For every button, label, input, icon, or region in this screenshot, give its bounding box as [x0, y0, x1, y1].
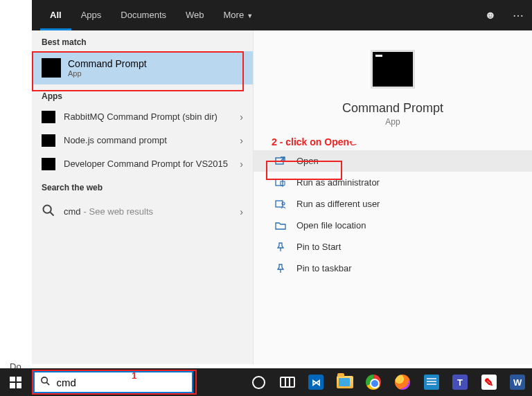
svg-line-1 [51, 213, 54, 216]
results-right-column: Command Prompt App 2 - click on Open ⤶ O… [254, 30, 532, 364]
action-run-as-different-user[interactable]: Run as different user [254, 193, 532, 215]
chrome-icon [366, 375, 381, 390]
best-match-title: Command Prompt [68, 58, 147, 69]
taskbar-search-input[interactable] [57, 377, 193, 388]
results-left-column: Best match Command Prompt App Apps Rabbi… [32, 30, 254, 364]
vscode-icon: ⋈ [308, 375, 323, 390]
tab-apps[interactable]: Apps [71, 0, 112, 30]
svg-rect-2 [276, 158, 283, 164]
firefox-icon [395, 375, 410, 390]
svg-line-7 [46, 382, 49, 385]
taskbar-app-notepad[interactable] [417, 368, 446, 396]
circle-icon [252, 376, 265, 389]
detail-title: Command Prompt [254, 101, 532, 116]
chevron-right-icon: › [240, 135, 243, 146]
annotation-step-2: 2 - click on Open [272, 136, 532, 147]
action-pin-to-taskbar[interactable]: Pin to taskbar [254, 258, 532, 279]
action-pin-to-start[interactable]: Pin to Start [254, 236, 532, 258]
start-button[interactable] [0, 368, 32, 396]
action-open-file-location[interactable]: Open file location [254, 215, 532, 236]
tab-all[interactable]: All [40, 0, 71, 30]
word-icon: W [510, 375, 525, 390]
more-options-icon[interactable]: ⋯ [504, 9, 532, 22]
svg-point-6 [42, 377, 47, 383]
taskbar-app-file-explorer[interactable] [330, 368, 360, 396]
admin-icon [274, 178, 287, 188]
taskbar-app-word[interactable]: W [503, 368, 532, 396]
best-match-subtitle: App [68, 69, 147, 78]
command-prompt-large-icon [371, 50, 415, 89]
search-icon [35, 376, 57, 388]
command-prompt-icon [42, 58, 61, 78]
taskbar-app-firefox[interactable] [388, 368, 417, 396]
apps-header: Apps [32, 84, 253, 105]
search-results-panel: Best match Command Prompt App Apps Rabbi… [32, 30, 532, 364]
feedback-icon[interactable]: ☻ [477, 9, 504, 21]
taskbar: ⋈ T ✎ W [0, 368, 532, 396]
taskbar-app-teams[interactable]: T [445, 368, 475, 396]
user-icon [274, 199, 287, 209]
file-explorer-icon [337, 376, 353, 388]
action-open[interactable]: Open [254, 150, 532, 172]
terminal-icon [42, 111, 55, 123]
svg-point-0 [44, 206, 51, 213]
pin-icon [274, 242, 287, 252]
app-item-nodejs[interactable]: Node.js command prompt › [32, 129, 253, 152]
terminal-icon [42, 134, 55, 147]
web-header: Search the web [32, 176, 253, 197]
chevron-down-icon: ▼ [247, 12, 253, 19]
tab-more[interactable]: More▼ [214, 0, 263, 30]
web-search-item[interactable]: cmd - See web results › [32, 197, 253, 226]
terminal-icon [42, 158, 55, 170]
taskbar-search-box[interactable] [33, 371, 194, 393]
folder-icon [274, 221, 287, 231]
taskbar-app-vscode[interactable]: ⋈ [301, 368, 330, 396]
best-match-command-prompt[interactable]: Command Prompt App [32, 51, 253, 84]
teams-icon: T [452, 375, 468, 390]
best-match-header: Best match [32, 30, 253, 51]
tab-web[interactable]: Web [176, 0, 214, 30]
detail-subtitle: App [254, 117, 532, 127]
search-icon [42, 204, 55, 219]
taskbar-app-chrome[interactable] [360, 368, 389, 396]
action-run-as-administrator[interactable]: Run as administrator [254, 172, 532, 193]
app-item-rabbitmq[interactable]: RabbitMQ Command Prompt (sbin dir) › [32, 105, 253, 129]
annotation-step-1: 1 [132, 370, 136, 381]
windows-logo-icon [10, 377, 21, 388]
chevron-right-icon: › [240, 159, 243, 170]
app-item-vs2015[interactable]: Developer Command Prompt for VS2015 › [32, 152, 253, 176]
task-view-icon [280, 377, 295, 388]
chevron-right-icon: › [240, 206, 243, 217]
taskbar-app-acrobat[interactable]: ✎ [475, 368, 504, 396]
task-view-button[interactable] [273, 368, 302, 396]
acrobat-icon: ✎ [481, 375, 497, 390]
tab-documents[interactable]: Documents [111, 0, 176, 30]
svg-rect-3 [276, 179, 283, 186]
chevron-right-icon: › [240, 111, 243, 123]
open-icon [274, 156, 287, 166]
search-filter-bar: All Apps Documents Web More▼ ☻ ⋯ [32, 0, 532, 30]
cortana-button[interactable] [244, 368, 273, 396]
notepad-icon [424, 375, 439, 390]
pin-icon [274, 264, 287, 273]
